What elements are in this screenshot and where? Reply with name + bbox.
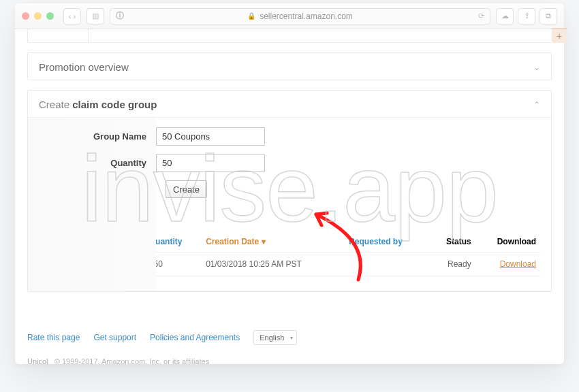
chevron-up-icon: ⌃ [533, 100, 540, 110]
cell-requested [345, 252, 430, 276]
promotion-overview-panel[interactable]: Promotion overview ⌄ [27, 52, 552, 80]
rate-page-link[interactable]: Rate this page [27, 333, 80, 342]
panel-title-bold: claim code group [72, 99, 157, 110]
minimize-window-icon[interactable] [34, 12, 42, 20]
chevron-left-icon: ‹ [69, 12, 72, 20]
close-window-icon[interactable] [22, 12, 29, 20]
nav-back-forward[interactable]: ‹ › [63, 8, 81, 24]
browser-window: ‹ › ▥ ⓘ 🔒 sellercentral.amazon.com ⟳ ☁ ⇪… [15, 3, 564, 364]
sidebar-toggle-icon[interactable]: ▥ [87, 8, 104, 24]
chevron-down-icon: ⌄ [533, 63, 540, 72]
browser-chrome: ‹ › ▥ ⓘ 🔒 sellercentral.amazon.com ⟳ ☁ ⇪… [15, 3, 564, 29]
col-creation-date[interactable]: Creation Date ▾ [206, 237, 265, 246]
tab-row [27, 29, 552, 43]
traffic-lights [22, 12, 54, 20]
copyright: Unicol © 1999-2017, Amazon.com, Inc. or … [27, 357, 552, 364]
active-tab[interactable] [27, 29, 89, 42]
footer-links: Rate this page Get support Policies and … [27, 330, 552, 345]
download-link[interactable]: Download [500, 259, 536, 269]
url-bar[interactable]: ⓘ 🔒 sellercentral.amazon.com ⟳ [110, 8, 490, 24]
panel-header[interactable]: Create claim code group ⌃ [28, 91, 551, 118]
share-icon[interactable]: ⇪ [518, 8, 535, 24]
cell-status: Ready [430, 252, 475, 276]
url-text: sellercentral.amazon.com [260, 12, 353, 21]
chevron-right-icon: › [74, 12, 76, 20]
col-download: Download [497, 237, 536, 246]
refresh-icon[interactable]: ⟳ [478, 12, 484, 20]
maximize-window-icon[interactable] [46, 12, 54, 20]
page-content: Promotion overview ⌄ Create claim code g… [15, 29, 564, 364]
create-claim-code-panel: Create claim code group ⌃ Group Name Qua… [27, 90, 552, 292]
sort-down-icon: ▾ [262, 237, 266, 246]
info-icon[interactable]: ⓘ [116, 10, 124, 22]
create-button[interactable]: Create [166, 180, 207, 198]
cloud-icon[interactable]: ☁ [496, 8, 514, 24]
cell-creation: 01/03/2018 10:25 AM PST [202, 252, 345, 276]
group-name-label: Group Name [39, 131, 156, 142]
policies-link[interactable]: Policies and Agreements [150, 333, 240, 342]
tabs-icon[interactable]: ⧉ [539, 8, 557, 24]
quantity-label: Quantity [39, 158, 156, 168]
quantity-input[interactable] [156, 154, 265, 172]
col-status: Status [446, 237, 471, 246]
group-name-input[interactable] [156, 127, 265, 146]
get-support-link[interactable]: Get support [93, 333, 136, 342]
language-select[interactable]: English [253, 330, 297, 345]
panel-title-light: Create [39, 99, 72, 110]
panel-title: Promotion overview [39, 61, 129, 73]
lock-icon: 🔒 [247, 12, 255, 20]
col-requested-by[interactable]: Requested by [349, 237, 403, 246]
